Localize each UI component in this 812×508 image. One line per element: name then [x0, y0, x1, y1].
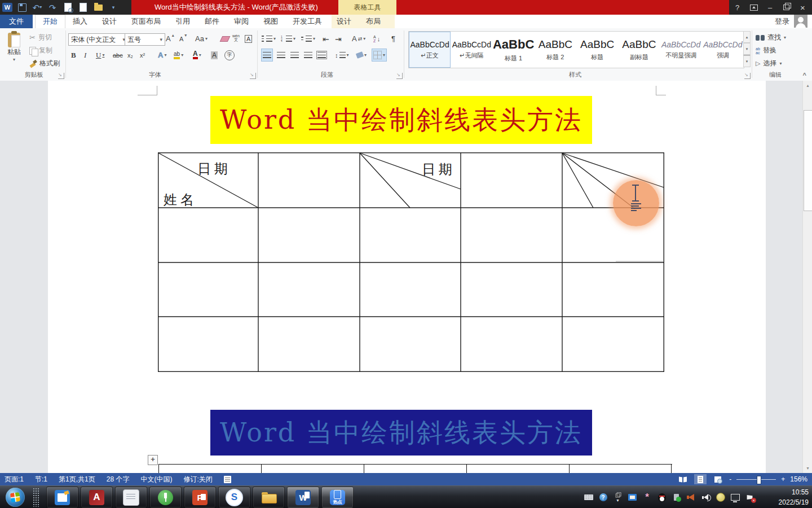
tab-review[interactable]: 审阅 — [227, 15, 256, 28]
qq-icon[interactable] — [657, 493, 667, 502]
keyboard-icon[interactable] — [584, 493, 593, 502]
tab-page-layout[interactable]: 页面布局 — [124, 15, 168, 28]
bold-button[interactable]: B — [70, 49, 77, 61]
styles-more-button[interactable]: ▾ — [743, 55, 751, 67]
usb-safe-remove-icon[interactable] — [672, 493, 681, 502]
open-button[interactable] — [92, 2, 104, 13]
cut-button[interactable]: ✂ 剪切 — [29, 33, 52, 42]
styles-scroll-down-button[interactable]: ▾ — [743, 43, 751, 55]
enclose-characters-button[interactable]: 字 — [223, 49, 236, 61]
underline-dropdown-icon[interactable]: ▾ — [102, 52, 104, 58]
show-hide-marks-button[interactable]: ¶ — [390, 33, 396, 45]
taskbar-hotspot[interactable]: 热点 — [321, 487, 354, 508]
style-title[interactable]: AaBbC标题 — [576, 32, 618, 68]
save-button[interactable] — [16, 2, 28, 13]
new-document-button[interactable] — [77, 2, 89, 13]
style-subtle-emphasis[interactable]: AaBbCcDd不明显强调 — [660, 32, 702, 68]
tab-table-layout[interactable]: 布局 — [359, 15, 388, 28]
sign-in-link[interactable]: 登录 — [775, 15, 789, 28]
tab-insert[interactable]: 插入 — [65, 15, 95, 28]
asian-layout-button[interactable]: A⇄▾ — [351, 33, 367, 45]
volume-icon[interactable] — [701, 493, 710, 502]
close-button[interactable]: × — [795, 0, 811, 15]
sort-button[interactable]: AZ ↓ — [372, 33, 381, 45]
align-left-button[interactable] — [262, 49, 272, 61]
zoom-in-button[interactable]: + — [781, 475, 785, 483]
shading-dropdown-icon[interactable]: ▾ — [364, 52, 367, 58]
shading-button[interactable]: ▾ — [355, 49, 368, 61]
replace-button[interactable]: abac 替换 — [756, 46, 776, 55]
scroll-up-button[interactable]: ▴ — [803, 81, 812, 90]
flower-tray-icon[interactable]: * — [642, 493, 652, 502]
tab-file[interactable]: 文件 — [0, 15, 33, 28]
tab-view[interactable]: 视图 — [256, 15, 285, 28]
numbering-dropdown-icon[interactable]: ▾ — [293, 36, 295, 41]
status-language[interactable]: 中文(中国) — [140, 475, 172, 484]
clipboard-dialog-launcher[interactable]: ↘ — [58, 73, 64, 79]
align-center-button[interactable] — [276, 49, 286, 61]
taskbar-autocad[interactable]: A — [81, 487, 113, 508]
style-emphasis[interactable]: AaBbCcDd强调 — [702, 32, 744, 68]
web-layout-button[interactable] — [712, 474, 724, 484]
highlight-button[interactable]: ab▾ — [173, 49, 184, 61]
status-track-changes[interactable]: 修订:关闭 — [183, 475, 212, 484]
taskbar-file-explorer[interactable] — [253, 487, 285, 508]
scrollbar-thumb[interactable] — [804, 110, 812, 211]
scroll-down-button[interactable]: ▾ — [803, 463, 812, 473]
font-name-combo[interactable]: 宋体 (中文正文 ▾ — [68, 33, 128, 46]
tab-mailings[interactable]: 邮件 — [197, 15, 227, 28]
numbering-button[interactable]: 1 2 3▾ — [280, 33, 297, 45]
hidden-icons-chevron[interactable]: ▾ — [613, 493, 623, 502]
taskbar-sogou-browser[interactable]: S — [218, 487, 250, 508]
proofing-icon[interactable] — [224, 476, 231, 483]
font-dialog-launcher[interactable]: ↘ — [250, 73, 256, 79]
read-mode-button[interactable] — [677, 474, 689, 484]
help-button[interactable]: ? — [729, 0, 745, 15]
style-subtitle[interactable]: AaBbC副标题 — [618, 32, 660, 68]
avatar[interactable] — [794, 15, 807, 28]
asian-layout-dropdown-icon[interactable]: ▾ — [363, 36, 365, 41]
style-heading2[interactable]: AaBbC标题 2 — [535, 32, 576, 68]
character-border-button[interactable]: A — [244, 33, 253, 45]
shrink-font-button[interactable]: A▾ — [178, 33, 188, 45]
select-button[interactable]: ▷ 选择 ▾ — [756, 59, 782, 68]
multilevel-dropdown-icon[interactable]: ▾ — [313, 36, 315, 41]
taskbar-clock[interactable]: 10:55 2022/5/19 — [779, 487, 809, 507]
find-dropdown-icon[interactable]: ▾ — [784, 35, 786, 40]
strikethrough-button[interactable]: abc — [112, 49, 124, 61]
audio-device-icon[interactable] — [686, 493, 696, 502]
multilevel-list-button[interactable]: ▾ — [300, 33, 316, 45]
bullets-dropdown-icon[interactable]: ▾ — [273, 36, 276, 41]
decrease-indent-button[interactable]: ⇤ — [321, 33, 330, 45]
document-page[interactable]: Word 当中绘制斜线表头方法 — [48, 81, 766, 473]
select-dropdown-icon[interactable]: ▾ — [779, 61, 782, 66]
increase-indent-button[interactable]: ⇥ — [334, 33, 343, 45]
paragraph-dialog-launcher[interactable]: ↘ — [396, 73, 403, 79]
zoom-out-button[interactable]: - — [729, 475, 731, 483]
align-right-button[interactable] — [289, 49, 300, 61]
status-section[interactable]: 节:1 — [35, 475, 47, 484]
line-spacing-dropdown-icon[interactable]: ▾ — [347, 52, 349, 58]
document-title-blue[interactable]: Word 当中绘制斜线表头方法 — [210, 410, 592, 456]
undo-button[interactable]: ↶▾ — [32, 2, 43, 13]
help-tray-icon[interactable]: ? — [598, 493, 608, 502]
taskbar-powerpoint[interactable]: P — [184, 487, 216, 508]
ribbon-display-options-button[interactable] — [745, 0, 762, 15]
styles-dialog-launcher[interactable]: ↘ — [744, 73, 751, 79]
highlight-dropdown-icon[interactable]: ▾ — [181, 52, 183, 58]
paste-dropdown-icon[interactable]: ▾ — [13, 57, 15, 62]
table-with-diagonal-headers[interactable]: 日期 姓名 日期 — [158, 152, 664, 372]
styles-scroll-up-button[interactable]: ▴ — [743, 31, 751, 43]
character-shading-button[interactable]: A — [210, 49, 219, 61]
customize-qat-button[interactable]: ▾ — [108, 2, 119, 13]
borders-dropdown-icon[interactable]: ▾ — [383, 52, 385, 58]
font-size-combo[interactable]: 五号 ▾ — [125, 33, 165, 46]
font-color-button[interactable]: A▾ — [192, 49, 202, 61]
italic-button[interactable]: I — [83, 49, 87, 61]
distribute-button[interactable] — [316, 49, 327, 61]
taskbar-word[interactable]: W — [287, 487, 319, 508]
underline-button[interactable]: U▾ — [95, 49, 105, 61]
format-painter-button[interactable]: 格式刷 — [29, 59, 60, 68]
network-icon[interactable] — [730, 493, 740, 502]
tab-design[interactable]: 设计 — [95, 15, 124, 28]
